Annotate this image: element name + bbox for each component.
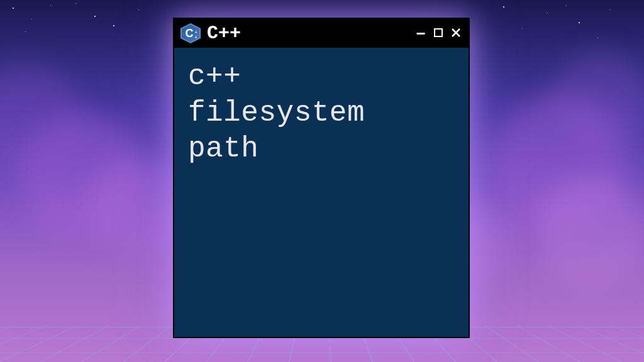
minimize-button[interactable]: − bbox=[414, 26, 427, 41]
cpp-logo-icon: C + + bbox=[180, 23, 201, 43]
svg-rect-0 bbox=[435, 29, 442, 36]
body-line-3: path bbox=[188, 131, 455, 168]
close-button[interactable] bbox=[450, 26, 462, 41]
body-line-1: c++ bbox=[188, 59, 455, 96]
window-body: c++ filesystem path bbox=[174, 48, 469, 179]
titlebar[interactable]: C + + C++ − bbox=[174, 19, 469, 48]
body-line-2: filesystem bbox=[188, 96, 455, 132]
window-controls: − bbox=[414, 26, 462, 41]
terminal-window: C + + C++ − c++ filesystem bbox=[173, 18, 470, 338]
window-title: C++ bbox=[207, 23, 408, 44]
maximize-button[interactable] bbox=[432, 27, 445, 40]
